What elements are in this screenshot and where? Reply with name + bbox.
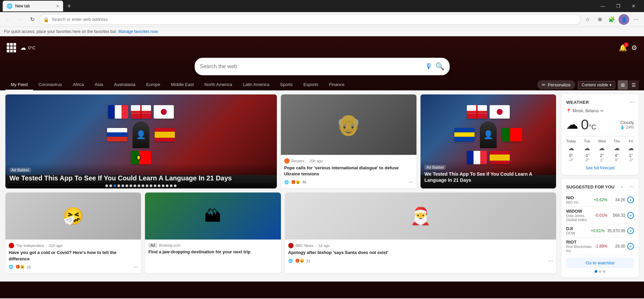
notification-button[interactable]: 🔔 1: [619, 44, 627, 52]
cold-article-card[interactable]: 🤧 The Independent · 22h ago Have you got…: [5, 193, 141, 273]
close-button[interactable]: ✕: [626, 1, 641, 11]
santa-more-button[interactable]: ···: [548, 258, 553, 264]
dot-13[interactable]: [154, 184, 156, 187]
dot-12[interactable]: [150, 184, 152, 187]
profile-button[interactable]: 👤: [618, 14, 629, 25]
personalize-button[interactable]: ✏ Personalize: [537, 80, 575, 89]
stock-riot-add-button[interactable]: +: [627, 243, 634, 250]
dot-16[interactable]: [166, 184, 168, 187]
flag-it: [467, 105, 487, 119]
tab-esports[interactable]: Esports: [298, 79, 324, 90]
microphone-icon[interactable]: 🎙: [425, 62, 433, 71]
list-view-button[interactable]: ☰: [629, 80, 639, 90]
extensions-button[interactable]: 🧩: [606, 14, 617, 25]
dot-18[interactable]: [174, 184, 177, 187]
dot-2[interactable]: [109, 184, 112, 187]
pope-more-button[interactable]: ···: [408, 179, 413, 185]
tab-finance[interactable]: Finance: [324, 79, 350, 90]
stocks-more-link[interactable]: ›: [621, 184, 623, 189]
page-settings-button[interactable]: ⚙: [631, 44, 637, 52]
center-row-r: 👤: [454, 121, 522, 148]
dot-3[interactable]: [113, 184, 116, 187]
stocks-card: SUGGESTED FOR YOU › ··· NIO NIO Inc +0.6…: [561, 179, 639, 277]
dot-17[interactable]: [170, 184, 172, 187]
santa-article-card[interactable]: 🎅 BBC News · 1d ago Apology after bishop…: [285, 193, 556, 273]
tab-my-feed[interactable]: My Feed: [5, 79, 33, 90]
stock-nio-add-button[interactable]: +: [627, 197, 634, 203]
dot-10[interactable]: [142, 184, 144, 187]
slide-dots: [5, 183, 277, 188]
tab-asia[interactable]: Asia: [89, 79, 108, 90]
favorites-button[interactable]: ☆: [582, 14, 593, 25]
settings-button[interactable]: ⋯: [631, 14, 641, 25]
cold-more-button[interactable]: ···: [133, 264, 138, 270]
tab-coronavirus[interactable]: Coronavirus: [33, 79, 67, 90]
hero-article-card[interactable]: 👤 Ad Bab: [5, 94, 277, 188]
tab-australasia[interactable]: Australasia: [108, 79, 141, 90]
back-button[interactable]: ←: [3, 14, 13, 25]
nav-tab-actions: ✏ Personalize Content visible ▾ ⊞ ☰: [537, 80, 639, 90]
cold-emoji: 🎁😮: [15, 265, 25, 269]
favorites-collection-button[interactable]: ⊕: [594, 14, 605, 25]
watchlist-dot-1[interactable]: [595, 270, 597, 273]
stock-riot-info: RIOT Riot Blockchain Inc: [566, 240, 595, 253]
dot-11[interactable]: [146, 184, 148, 187]
babbel-repeat-card[interactable]: 👤 Ad Babbel: [420, 94, 556, 188]
dot-6[interactable]: [126, 184, 128, 187]
forward-button[interactable]: →: [15, 14, 26, 25]
active-tab[interactable]: 🌐 New tab ×: [3, 1, 63, 11]
edit-location-icon[interactable]: ✏: [600, 109, 604, 113]
stocks-options-button[interactable]: ···: [630, 184, 634, 190]
tab-europe[interactable]: Europe: [141, 79, 166, 90]
weather-cloud-icon: ☁: [566, 118, 578, 132]
grid-view-button[interactable]: ⊞: [618, 80, 628, 90]
address-bar[interactable]: 🔒: [39, 14, 581, 25]
stock-widow-add-button[interactable]: +: [627, 212, 634, 219]
travel-article-card[interactable]: 🏔 Ad Booking.com Find a jaw-dropping des…: [145, 193, 281, 273]
tab-north-america[interactable]: North America: [199, 79, 237, 90]
dot-4[interactable]: [117, 184, 120, 187]
minimize-button[interactable]: —: [595, 1, 610, 11]
tab-sports[interactable]: Sports: [275, 79, 298, 90]
address-input[interactable]: [52, 17, 577, 22]
search-input[interactable]: [200, 63, 423, 70]
tab-close-button[interactable]: ×: [56, 3, 59, 9]
tab-middle-east[interactable]: Middle East: [165, 79, 199, 90]
flags-background: 👤: [5, 94, 277, 175]
search-bar[interactable]: 🎙 🔍: [195, 58, 450, 75]
apps-grid-button[interactable]: [7, 43, 16, 52]
tab-latin-america[interactable]: Latin America: [238, 79, 275, 90]
content-visible-dropdown[interactable]: Content visible ▾: [578, 81, 615, 89]
dot-14[interactable]: [158, 184, 160, 187]
stock-dji-add-button[interactable]: +: [627, 227, 634, 234]
tab-africa[interactable]: Africa: [67, 79, 89, 90]
new-tab-button[interactable]: +: [64, 2, 74, 10]
dot-9[interactable]: [138, 184, 140, 187]
dot-8[interactable]: [134, 184, 136, 187]
search-icon[interactable]: 🔍: [435, 62, 444, 71]
weather-more-button[interactable]: ···: [630, 99, 634, 105]
pope-article-title: Pope calls for 'serious international di…: [284, 165, 413, 177]
cold-article-title: Have you got a cold or Covid? Here's how…: [9, 250, 138, 262]
dot-5[interactable]: [121, 184, 124, 187]
go-to-watchlist-button[interactable]: Go to watchlist: [566, 258, 634, 268]
see-full-forecast-link[interactable]: See full forecast: [586, 166, 614, 170]
forecast-tue: Tue ☁ -1° -2°: [584, 139, 590, 162]
dot-7[interactable]: [130, 184, 132, 187]
dot-1[interactable]: [105, 184, 108, 187]
pope-article-card[interactable]: 👴 Reuters · 20h ago Pope calls for 'seri…: [281, 94, 416, 188]
refresh-button[interactable]: ↻: [27, 14, 38, 25]
manage-favorites-link[interactable]: Manage favorites now: [118, 29, 158, 34]
stock-dji-change: +0.61%: [591, 228, 605, 233]
flag-row-top: [108, 105, 174, 119]
maximize-button[interactable]: ❐: [610, 1, 626, 11]
browser-chrome: 🌐 New tab × + — ❐ ✕ ← → ↻ 🔒 ☆ ⊕ 🧩 👤 ⋯ Fo…: [0, 0, 644, 36]
santa-article-title: Apology after bishop 'says Santa does no…: [288, 250, 553, 256]
favorites-bar-text: For quick access, place your favorites h…: [4, 29, 117, 34]
weather-widget[interactable]: ☁ 0°C: [20, 44, 36, 51]
person-silhouette-r: 👤: [480, 121, 497, 148]
watchlist-dot-2[interactable]: [599, 270, 601, 273]
dot-15[interactable]: [162, 184, 164, 187]
stock-row-dji: DJI DOW +0.61% 35,970.99 +: [566, 224, 634, 238]
watchlist-dot-3[interactable]: [603, 270, 605, 273]
